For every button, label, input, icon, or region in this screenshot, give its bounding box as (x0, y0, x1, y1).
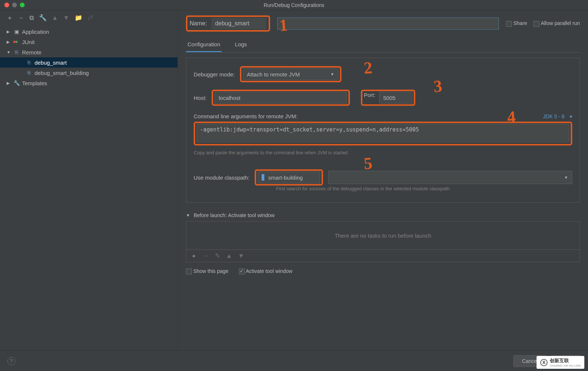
tree-item-templates[interactable]: ▶ 🔧 Templates (0, 78, 178, 88)
before-launch-header[interactable]: ▼ Before launch: Activate tool window (186, 212, 580, 218)
move-up-icon[interactable]: ▲ (226, 253, 232, 259)
remote-icon: ⎘ (13, 49, 20, 55)
share-checkbox[interactable]: Share (506, 20, 527, 26)
debugger-mode-select[interactable]: Attach to remote JVM ▼ (243, 68, 338, 80)
edit-icon[interactable]: ✎ (215, 253, 220, 259)
module-classpath-label: Use module classpath: (194, 174, 250, 181)
cmd-args-hint: Copy and paste the arguments to the comm… (194, 150, 572, 155)
tree-item-remote[interactable]: ▼ ⎘ Remote (0, 47, 178, 57)
chevron-down-icon: ▼ (330, 72, 334, 76)
before-launch-toolbar: ＋ － ✎ ▲ ▼ (186, 250, 580, 262)
add-icon[interactable]: ＋ (191, 253, 197, 259)
module-icon: ▋ (262, 174, 266, 181)
sidebar-toolbar: ＋ － ⧉ 🔧 ▲ ▼ 📁 ↓² (0, 10, 178, 25)
folder-icon[interactable]: 📁 (75, 15, 82, 21)
config-tree: ▶ ▣ Application ▶ JUnit ▼ ⎘ Remote ⎘ deb… (0, 25, 178, 88)
module-select-inner: ▋ smart-building (258, 172, 320, 183)
tab-logs[interactable]: Logs (233, 38, 248, 52)
tree-label: Application (22, 29, 49, 35)
tree-item-application[interactable]: ▶ ▣ Application (0, 26, 178, 37)
module-classpath-select[interactable]: ▼ (328, 171, 572, 184)
watermark: X 创新互联 CHUANG XIN HU LIAN (537, 356, 584, 369)
zoom-window-icon[interactable] (20, 3, 25, 7)
chevron-down-icon: ▼ (7, 50, 11, 54)
window-controls (0, 3, 25, 7)
debugger-mode-highlight: Attach to remote JVM ▼ (240, 66, 341, 82)
tab-configuration[interactable]: Configuration (186, 38, 222, 52)
dialog-footer: ? Cancel Apply (0, 350, 588, 371)
remove-icon[interactable]: － (203, 253, 209, 259)
share-label: Share (513, 20, 527, 26)
cmd-args-highlight: -agentlib:jdwp=transport=dt_socket,serve… (194, 122, 572, 145)
config-panel: Name: Share Allow parallel run Configura… (178, 10, 588, 350)
wrench-icon[interactable]: 🔧 (39, 15, 47, 21)
activate-tool-window-label: Activate tool window (246, 268, 293, 274)
configuration-form: Debugger mode: Attach to remote JVM ▼ Ho… (186, 58, 580, 203)
name-input-ext[interactable] (277, 18, 499, 29)
name-input[interactable] (211, 18, 266, 29)
sidebar: ＋ － ⧉ 🔧 ▲ ▼ 📁 ↓² ▶ ▣ Application ▶ JUnit (0, 10, 178, 350)
chevron-down-icon: ▼ (564, 175, 568, 180)
tree-item-junit[interactable]: ▶ JUnit (0, 37, 178, 47)
allow-parallel-checkbox[interactable]: Allow parallel run (534, 20, 580, 26)
cmd-args-label: Command line arguments for remote JVM: (194, 113, 298, 119)
move-down-icon[interactable]: ▼ (63, 15, 69, 21)
window-title: Run/Debug Configurations (0, 2, 588, 8)
add-icon[interactable]: ＋ (7, 15, 13, 21)
chevron-down-icon: ▾ (570, 114, 572, 119)
watermark-brand: 创新互联 (550, 357, 581, 364)
cmd-args-field[interactable]: -agentlib:jdwp=transport=dt_socket,serve… (197, 124, 569, 142)
port-highlight: Port: (361, 90, 415, 106)
tree-label: Templates (22, 80, 47, 86)
host-input[interactable] (215, 92, 347, 104)
copy-icon[interactable]: ⧉ (29, 15, 34, 21)
wrench-icon: 🔧 (13, 80, 20, 86)
remove-icon[interactable]: － (18, 15, 24, 21)
chevron-right-icon: ▶ (7, 40, 11, 44)
chevron-right-icon: ▶ (7, 81, 11, 86)
chevron-down-icon: ▼ (186, 213, 190, 217)
activate-tool-window-checkbox[interactable]: Activate tool window (239, 268, 293, 274)
plug-icon: ⎘ (26, 60, 32, 65)
sort-icon[interactable]: ↓² (87, 15, 93, 21)
plug-icon: ⎘ (26, 70, 32, 76)
module-value: smart-building (268, 174, 303, 181)
before-launch-tasks: There are no tasks to run before launch (186, 221, 580, 250)
debugger-mode-label: Debugger mode: (194, 71, 235, 78)
allow-parallel-label: Allow parallel run (541, 20, 580, 26)
jdk-link-text: JDK 5 - 8 (543, 114, 564, 119)
debugger-mode-value: Attach to remote JVM (247, 71, 300, 78)
name-label: Name: (190, 20, 207, 27)
minimize-window-icon[interactable] (12, 3, 17, 7)
config-tabs: Configuration Logs (186, 38, 580, 53)
host-highlight (212, 90, 350, 106)
tree-item-debug-smart-building[interactable]: ⎘ debug_smart_building (0, 68, 178, 78)
watermark-sub: CHUANG XIN HU LIAN (550, 364, 581, 367)
tree-label: debug_smart (35, 60, 67, 66)
tree-label: debug_smart_building (35, 70, 89, 76)
tree-label: JUnit (22, 39, 35, 45)
tree-item-debug-smart[interactable]: ⎘ debug_smart (0, 57, 178, 68)
module-highlight: ▋ smart-building (255, 169, 323, 186)
show-this-page-checkbox[interactable]: Show this page (186, 268, 229, 274)
close-window-icon[interactable] (4, 3, 9, 7)
show-this-page-label: Show this page (193, 268, 229, 274)
tree-label: Remote (22, 49, 42, 55)
host-label: Host: (194, 95, 207, 101)
no-tasks-text: There are no tasks to run before launch (335, 233, 431, 239)
help-button[interactable]: ? (7, 357, 15, 365)
junit-icon (13, 41, 20, 43)
application-icon: ▣ (13, 29, 20, 35)
port-input[interactable] (379, 92, 412, 104)
module-classpath-hint: First search for sources of the debugged… (276, 186, 467, 192)
titlebar: Run/Debug Configurations (0, 0, 588, 10)
watermark-logo-icon: X (540, 359, 548, 366)
before-launch-label: Before launch: Activate tool window (194, 212, 275, 218)
move-up-icon[interactable]: ▲ (52, 15, 58, 21)
port-label: Port: (364, 92, 376, 104)
chevron-right-icon: ▶ (7, 29, 11, 34)
jdk-version-link[interactable]: JDK 5 - 8 ▾ (543, 114, 572, 119)
move-down-icon[interactable]: ▼ (238, 253, 244, 259)
name-highlight: Name: (186, 15, 270, 32)
